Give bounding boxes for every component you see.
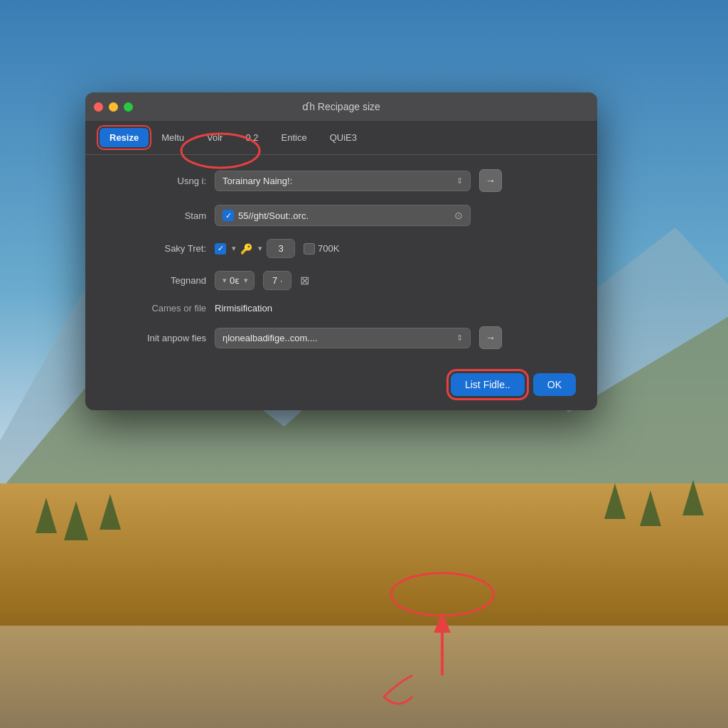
tegnand-label: Tegnand (114, 275, 206, 286)
key-dropdown-icon[interactable]: ▾ (258, 244, 262, 253)
saky-row: Saky Tret: ✓ ▾ 🔑 ▾ 3 700K (114, 239, 569, 258)
tab-quite3[interactable]: QUiE3 (320, 128, 367, 147)
tegnand-select[interactable]: ▾ 0ɛ ▾ (215, 271, 255, 290)
ok-button[interactable]: OK (533, 373, 576, 396)
stam-row: Stam ✓ 55//ght/Sout:.orc. ⊙ (114, 205, 569, 226)
stam-checkbox[interactable]: ✓ (223, 210, 234, 221)
tab-meltu[interactable]: Meltu (151, 128, 194, 147)
init-row: Init anpow fies ηlonealbadifige..com....… (114, 326, 569, 349)
tab-entice[interactable]: Entice (271, 128, 316, 147)
init-value: ηlonealbadifige..com.... (223, 333, 318, 343)
tab-volr[interactable]: Volr (197, 128, 232, 147)
init-arrow-right-icon: → (486, 332, 496, 343)
stam-value: 55//ght/Sout:.orc. (238, 210, 309, 221)
saky-secondary-checkbox[interactable] (304, 243, 315, 255)
using-select-value: Torainary Naing!: (223, 176, 292, 186)
using-arrow-button[interactable]: → (479, 169, 502, 192)
clock-icon: ⊙ (454, 210, 463, 221)
stam-checkbox-group: ✓ 55//ght/Sout:.orc. (223, 210, 309, 221)
maximize-button[interactable] (124, 102, 133, 112)
tegnand-right-arrow-icon: ▾ (244, 276, 248, 285)
dialog-window: ɗh Recipage size Resize Meltu Volr 0.2 E… (85, 92, 597, 410)
footer: List Fidle.. OK (85, 363, 597, 410)
form-body: Usng i: Torainary Naing!: ⇕ → Stam ✓ 55/… (85, 155, 597, 363)
using-label: Usng i: (114, 176, 206, 186)
saky-number-field[interactable]: 3 (267, 239, 295, 258)
using-row: Usng i: Torainary Naing!: ⇕ → (114, 169, 569, 192)
toolbar: Resize Meltu Volr 0.2 Entice QUiE3 (85, 121, 597, 155)
arrow-right-icon: → (486, 175, 496, 186)
saky-checkbox[interactable]: ✓ (215, 243, 226, 255)
cames-label: Cames or file (114, 303, 206, 314)
tegnand-dot-sep: · (280, 275, 283, 286)
key-icon: 🔑 (240, 243, 252, 255)
init-label: Init anpow fies (114, 333, 206, 343)
cames-row: Cames or file Rirmisification (114, 303, 569, 314)
saky-dropdown-icon[interactable]: ▾ (232, 244, 236, 253)
close-button[interactable] (94, 102, 103, 112)
saky-secondary: 700K (304, 243, 339, 255)
init-select-arrow-icon: ⇕ (456, 333, 463, 343)
tegnand-matrix-icon: ⊠ (300, 274, 309, 287)
titlebar: ɗh Recipage size (85, 92, 597, 121)
tegnand-dot-field[interactable]: 7 · (263, 271, 291, 290)
tab-resize[interactable]: Resize (100, 128, 149, 147)
stam-field[interactable]: ✓ 55//ght/Sout:.orc. ⊙ (215, 205, 471, 226)
minimize-button[interactable] (109, 102, 118, 112)
tab-02[interactable]: 0.2 (235, 128, 268, 147)
svg-rect-13 (0, 626, 728, 728)
init-field[interactable]: ηlonealbadifige..com.... ⇕ (215, 328, 471, 348)
stam-label: Stam (114, 210, 206, 221)
using-select-arrow-icon: ⇕ (456, 176, 463, 186)
tegnand-select-value: 0ɛ (230, 275, 240, 286)
list-fidle-button[interactable]: List Fidle.. (451, 373, 525, 396)
tegnand-left-arrow-icon: ▾ (223, 276, 227, 285)
saky-secondary-value: 700K (318, 243, 339, 254)
saky-checkbox-group: ✓ ▾ 🔑 ▾ 3 (215, 239, 295, 258)
dialog-title: ɗh Recipage size (302, 101, 380, 112)
cames-value: Rirmisification (215, 303, 272, 314)
tegnand-dot-value: 7 (272, 275, 277, 286)
traffic-lights (94, 102, 133, 112)
using-select[interactable]: Torainary Naing!: ⇕ (215, 171, 471, 191)
init-arrow-button[interactable]: → (479, 326, 502, 349)
tegnand-row: Tegnand ▾ 0ɛ ▾ 7 · ⊠ (114, 271, 569, 290)
saky-label: Saky Tret: (114, 243, 206, 254)
